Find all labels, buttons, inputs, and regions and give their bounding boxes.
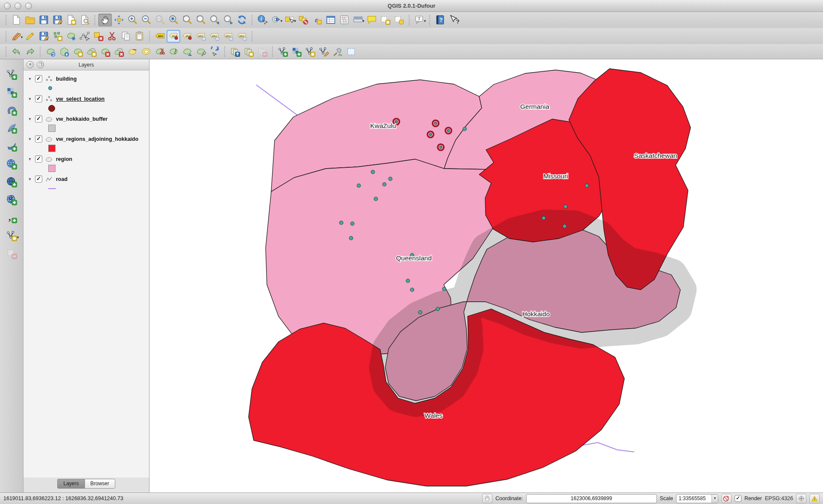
layer-visibility-checkbox[interactable]: ✓ <box>35 95 42 102</box>
add-postgis-layer-button[interactable] <box>4 103 19 117</box>
select-by-expression-button[interactable]: ε <box>310 14 324 26</box>
delete-part-button[interactable] <box>112 45 126 58</box>
crs-status-icon[interactable] <box>796 494 806 503</box>
layer-label[interactable]: vw_regions_adjoining_hokkaido <box>56 136 138 142</box>
layer-label[interactable]: road <box>56 176 67 182</box>
layer-label[interactable]: vw_select_location <box>56 96 105 102</box>
render-checkbox[interactable]: ✓ <box>735 495 741 502</box>
tab-layers[interactable]: Layers <box>57 479 84 489</box>
layer-visibility-checkbox[interactable]: ✓ <box>35 155 42 163</box>
current-edits-button[interactable]: ▼ <box>9 30 23 43</box>
add-wcs-layer-button[interactable] <box>4 175 19 189</box>
save-layer-edits-button[interactable] <box>37 30 50 43</box>
coordinate-input[interactable] <box>526 494 657 503</box>
deselect-features-button[interactable] <box>296 14 310 26</box>
add-vector-layer-button[interactable] <box>4 67 19 82</box>
composer-manager-button[interactable] <box>78 14 91 26</box>
create-vector-layer-button[interactable] <box>276 45 290 58</box>
pin-unpin-labels-button[interactable]: ab <box>180 30 194 43</box>
new-bookmark-button[interactable] <box>378 14 392 26</box>
expand-icon[interactable]: ▼ <box>28 117 32 121</box>
measure-line-button[interactable]: ▼ <box>351 14 365 26</box>
pan-map-button[interactable] <box>98 14 112 26</box>
help-contents-button[interactable]: ? <box>433 14 447 26</box>
map-tools-button[interactable] <box>331 45 344 58</box>
layer-item-vw_regions_adjoining_hokkaido[interactable]: ▼✓vw_regions_adjoining_hokkaido <box>23 134 149 143</box>
change-label-properties-button[interactable]: abc <box>235 30 249 43</box>
scale-combo[interactable]: 1:33565585 ▼ <box>676 494 718 503</box>
show-bookmarks-button[interactable] <box>392 14 406 26</box>
zoom-full-extent-button[interactable] <box>167 14 180 26</box>
map-canvas[interactable]: KwaZuluGermaniaSaskatchewanMissouriQueen… <box>149 59 823 492</box>
cut-features-button[interactable] <box>105 30 119 43</box>
add-to-overview-button[interactable] <box>242 45 255 58</box>
zoom-out-button[interactable] <box>139 14 153 26</box>
split-features-button[interactable] <box>153 45 167 58</box>
add-mssql-layer-button[interactable] <box>4 139 19 153</box>
edit-vector-layer-button[interactable] <box>317 45 331 58</box>
text-annotation-button[interactable]: T▼ <box>413 14 426 26</box>
save-project-button[interactable] <box>37 14 50 26</box>
redo-button[interactable] <box>23 45 37 58</box>
new-shapefile-layer-button[interactable] <box>303 45 317 58</box>
tab-browser[interactable]: Browser <box>85 479 115 489</box>
save-project-as-button[interactable] <box>50 14 64 26</box>
open-attribute-table-button[interactable] <box>324 14 337 26</box>
highlight-pinned-labels-button[interactable]: ab <box>167 30 180 43</box>
reshape-features-button[interactable] <box>126 45 139 58</box>
undo-button[interactable] <box>9 45 23 58</box>
stop-render-icon[interactable] <box>721 494 732 503</box>
create-raster-layer-button[interactable] <box>290 45 303 58</box>
new-print-composer-button[interactable] <box>64 14 78 26</box>
chevron-down-icon[interactable]: ▼ <box>712 495 718 503</box>
add-wms-layer-button[interactable] <box>4 157 19 171</box>
expand-icon[interactable]: ▼ <box>28 157 32 161</box>
rotate-label-button[interactable]: abc <box>221 30 235 43</box>
layer-label[interactable]: vw_hokkaido_buffer <box>56 116 108 122</box>
zoom-last-button[interactable] <box>208 14 221 26</box>
move-label-button[interactable]: abc <box>208 30 221 43</box>
offset-curve-button[interactable] <box>139 45 153 58</box>
split-parts-button[interactable] <box>167 45 180 58</box>
layer-visibility-checkbox[interactable]: ✓ <box>35 135 42 143</box>
run-feature-action-button[interactable]: ▼ <box>269 14 283 26</box>
select-extent-button[interactable] <box>344 45 358 58</box>
map-tips-button[interactable] <box>365 14 378 26</box>
copy-features-button[interactable] <box>119 30 132 43</box>
add-part-button[interactable] <box>85 45 98 58</box>
move-feature-button[interactable] <box>64 30 78 43</box>
rotate-point-symbols-button[interactable] <box>208 45 221 58</box>
refresh-map-button[interactable] <box>235 14 249 26</box>
zoom-to-layer-button[interactable] <box>194 14 208 26</box>
add-feature-button[interactable] <box>50 30 64 43</box>
add-ring-button[interactable] <box>71 45 85 58</box>
labeling-options-button[interactable]: abc <box>153 30 167 43</box>
simplify-feature-button[interactable] <box>57 45 71 58</box>
select-features-button[interactable]: ▼ <box>283 14 296 26</box>
delete-ring-button[interactable] <box>98 45 112 58</box>
raise-layer-button[interactable] <box>228 45 242 58</box>
layer-item-region[interactable]: ▼✓region <box>23 154 149 163</box>
layer-label[interactable]: region <box>56 156 72 162</box>
layer-label[interactable]: building <box>56 76 77 82</box>
layer-visibility-checkbox[interactable]: ✓ <box>35 175 42 183</box>
layer-item-vw_select_location[interactable]: ▼✓vw_select_location <box>23 94 149 103</box>
zoom-to-selection-button[interactable] <box>180 14 194 26</box>
expand-icon[interactable]: ▼ <box>28 97 32 101</box>
merge-features-button[interactable] <box>180 45 194 58</box>
add-spatialite-layer-button[interactable] <box>4 121 19 135</box>
delete-selected-button[interactable] <box>91 30 105 43</box>
mouse-position-icon[interactable] <box>482 494 492 503</box>
layer-visibility-checkbox[interactable]: ✓ <box>35 75 42 82</box>
rotate-feature-button[interactable] <box>44 45 57 58</box>
field-calculator-button[interactable] <box>337 14 351 26</box>
layer-item-building[interactable]: ▼✓building <box>23 74 149 83</box>
paste-features-button[interactable] <box>132 30 146 43</box>
show-hide-labels-button[interactable]: abc <box>194 30 208 43</box>
merge-feature-attributes-button[interactable] <box>194 45 208 58</box>
layer-visibility-checkbox[interactable]: ✓ <box>35 115 42 122</box>
expand-icon[interactable]: ▼ <box>28 137 32 141</box>
zoom-in-button[interactable] <box>126 14 139 26</box>
expand-icon[interactable]: ▼ <box>28 177 32 181</box>
toggle-editing-button[interactable] <box>23 30 37 43</box>
